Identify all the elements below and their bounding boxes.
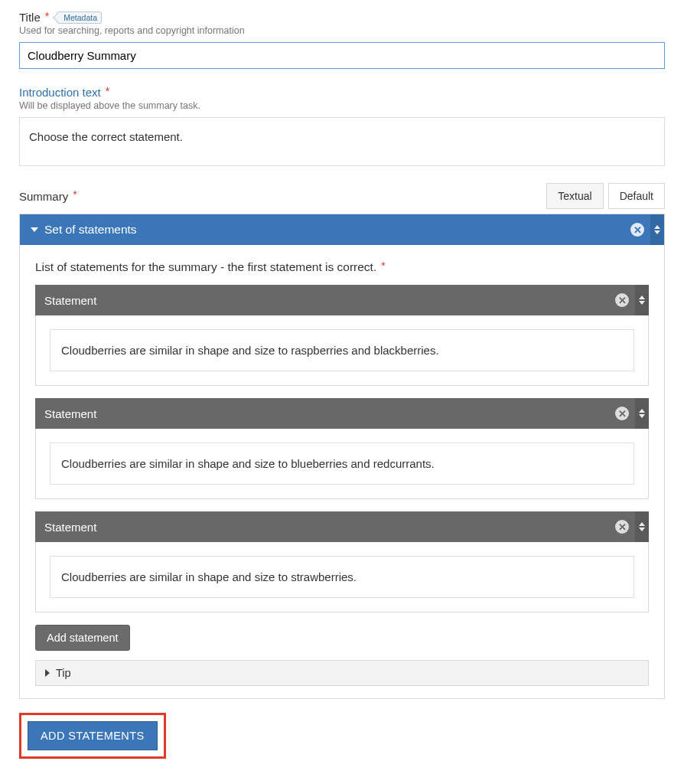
sort-handle <box>635 398 649 429</box>
set-of-statements-panel: Set of statements ✕ List of statements f… <box>19 214 665 699</box>
metadata-badge[interactable]: Metadata <box>57 11 102 24</box>
statement-text-editor[interactable]: Cloudberries are similar in shape and si… <box>50 443 634 485</box>
remove-set-icon[interactable]: ✕ <box>630 223 644 237</box>
move-down-icon[interactable] <box>654 230 660 234</box>
statements-list-label: List of statements for the summary - the… <box>35 260 376 274</box>
tip-section[interactable]: Tip <box>35 660 649 686</box>
summary-label: Summary <box>19 190 68 203</box>
move-down-icon[interactable] <box>639 301 645 305</box>
title-description: Used for searching, reports and copyrigh… <box>19 25 665 36</box>
statement-item: Statement ✕ Cloudberries are similar in … <box>35 398 649 499</box>
add-statements-button[interactable]: ADD STATEMENTS <box>28 721 158 750</box>
move-up-icon[interactable] <box>639 522 645 526</box>
title-label: Title <box>19 11 41 24</box>
add-statement-button[interactable]: Add statement <box>35 625 130 651</box>
required-asterisk: * <box>45 10 49 22</box>
statement-item: Statement ✕ Cloudberries are similar in … <box>35 285 649 386</box>
remove-statement-icon[interactable]: ✕ <box>615 520 629 534</box>
statement-text-editor[interactable]: Cloudberries are similar in shape and si… <box>50 556 634 598</box>
move-down-icon[interactable] <box>639 414 645 418</box>
collapse-icon <box>31 227 38 232</box>
add-statements-highlight: ADD STATEMENTS <box>19 713 166 759</box>
statement-header[interactable]: Statement ✕ <box>35 398 649 429</box>
move-up-icon[interactable] <box>639 409 645 413</box>
statement-header-label: Statement <box>44 294 96 307</box>
intro-label[interactable]: Introduction text <box>19 86 101 99</box>
set-of-statements-header[interactable]: Set of statements ✕ <box>20 214 664 245</box>
statement-header[interactable]: Statement ✕ <box>35 285 649 315</box>
required-asterisk: * <box>73 188 77 201</box>
statement-header[interactable]: Statement ✕ <box>35 511 649 542</box>
required-asterisk: * <box>381 260 385 272</box>
intro-editor[interactable]: Choose the correct statement. <box>19 117 665 166</box>
statement-item: Statement ✕ Cloudberries are similar in … <box>35 511 649 612</box>
expand-icon <box>45 669 50 677</box>
move-down-icon[interactable] <box>639 528 645 531</box>
tip-label: Tip <box>56 667 71 679</box>
move-up-icon[interactable] <box>639 296 645 299</box>
view-tabs: Textual Default <box>546 183 665 209</box>
title-field: Title * Metadata Used for searching, rep… <box>19 11 665 69</box>
tab-textual[interactable]: Textual <box>546 183 603 209</box>
statement-header-label: Statement <box>44 521 96 534</box>
intro-field: Introduction text * Will be displayed ab… <box>19 86 665 166</box>
remove-statement-icon[interactable]: ✕ <box>615 293 629 307</box>
statement-header-label: Statement <box>44 407 96 420</box>
statement-text-editor[interactable]: Cloudberries are similar in shape and si… <box>50 329 634 371</box>
required-asterisk: * <box>106 85 109 97</box>
tab-default[interactable]: Default <box>608 183 665 209</box>
move-up-icon[interactable] <box>654 225 660 229</box>
set-of-statements-title: Set of statements <box>44 223 137 237</box>
remove-statement-icon[interactable]: ✕ <box>615 407 629 420</box>
sort-handle <box>635 285 649 315</box>
sort-handle <box>650 214 664 245</box>
intro-description: Will be displayed above the summary task… <box>19 100 665 111</box>
sort-handle <box>635 511 649 542</box>
title-input[interactable] <box>19 42 665 69</box>
